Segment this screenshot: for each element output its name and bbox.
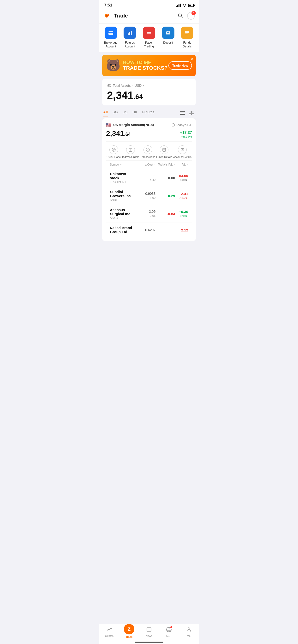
banner-close-button[interactable]: × — [191, 56, 193, 62]
transactions-button[interactable]: Transactions — [140, 146, 155, 158]
stock-cost: 0.6297 — [136, 228, 156, 232]
pl-amount: +17.37 — [180, 130, 192, 135]
stock-pl: 2.12 — [175, 228, 188, 232]
stock-today-pl: -0.84 — [156, 212, 175, 216]
transactions-label: Transactions — [140, 156, 155, 158]
menu-item-futures[interactable]: FuturesAccount — [120, 26, 140, 48]
menu-item-deposit[interactable]: Deposit — [159, 26, 178, 48]
table-row[interactable]: Naked Brand Group Ltd 0.6297 2.12 — [106, 222, 192, 237]
tab-sg[interactable]: SG — [112, 110, 118, 116]
deposit-icon — [162, 26, 175, 39]
tab-hk[interactable]: HK — [132, 110, 137, 116]
menu-item-brokerage[interactable]: BrokerageAccount — [101, 26, 120, 48]
funds-details-button[interactable]: Funds Details — [156, 146, 172, 158]
action-row: Quick Trade Today's Orders Transaction — [106, 141, 192, 160]
filter-tabs: All SG US HK Futures — [99, 108, 199, 116]
cost-sub: 3.06 — [150, 214, 156, 218]
messages-button[interactable]: 3 — [187, 12, 195, 20]
app-logo-icon — [103, 12, 112, 20]
menu-item-paper[interactable]: PaperTrading — [139, 26, 159, 48]
svg-rect-32 — [189, 111, 191, 113]
currency-dropdown-icon[interactable]: ▾ — [143, 84, 144, 87]
tab-futures[interactable]: Futures — [142, 110, 155, 116]
sort-symbol-icon: ⇅ — [120, 164, 122, 166]
signal-bars-icon — [176, 4, 181, 7]
stock-today-pl: +0.29 — [156, 194, 175, 198]
clipboard-icon — [172, 123, 175, 126]
sort-pl-icon: ⇅ — [186, 164, 188, 166]
status-icons — [176, 3, 194, 8]
svg-rect-49 — [181, 148, 184, 151]
todays-orders-button[interactable]: Today's Orders — [122, 146, 139, 158]
futures-icon — [123, 26, 136, 39]
eye-icon — [107, 84, 111, 88]
banner-mascot-icon: 🐻 — [106, 59, 120, 72]
funds-details-action-icon — [160, 146, 169, 154]
banner-title: HOW TO ▶▶ — [123, 60, 169, 65]
header-actions: 3 — [177, 12, 195, 20]
table-row[interactable]: Sundial Growers Inc SNDL 0.9033 1.00 +0.… — [106, 187, 192, 204]
table-row[interactable]: Asensus Surgical Inc ASXC 3.09 3.06 -0.8… — [106, 204, 192, 222]
svg-point-5 — [106, 15, 106, 16]
account-details-button[interactable]: Account Details — [173, 146, 192, 158]
status-time: 7:51 — [104, 3, 112, 8]
svg-rect-20 — [147, 33, 149, 34]
search-button[interactable] — [177, 12, 184, 20]
svg-point-10 — [191, 16, 192, 16]
svg-rect-33 — [192, 111, 194, 113]
stock-pl: -54.00 +0.00% — [175, 174, 188, 182]
stock-name: Unknown stock — [110, 172, 136, 180]
col-pl[interactable]: P/L ⇅ — [175, 163, 188, 166]
today-pl-label: Today's P/L — [172, 123, 192, 127]
promo-banner: × 🐻 HOW TO ▶▶ TRADE STOCKS? Trade Now — [102, 54, 196, 76]
futures-label: FuturesAccount — [125, 41, 135, 48]
stock-cost: -- 5.40 — [136, 174, 156, 182]
svg-rect-15 — [128, 33, 129, 35]
svg-rect-34 — [189, 113, 191, 115]
chart-view-button[interactable] — [188, 110, 195, 116]
quick-menu: BrokerageAccount FuturesAccount PaperTra… — [99, 24, 199, 52]
stock-info: Asensus Surgical Inc ASXC — [110, 208, 136, 220]
table-row[interactable]: Unknown stock TRCHP.CNT -- 5.40 +0.00 -5… — [106, 169, 192, 187]
cost-sub: 1.00 — [150, 196, 156, 200]
list-view-button[interactable] — [179, 110, 186, 116]
cost-sub: 5.40 — [150, 178, 156, 182]
paper-trading-icon — [143, 26, 155, 39]
col-today-pl[interactable]: Today's P/L ⇅ — [156, 163, 175, 166]
svg-point-27 — [107, 84, 111, 87]
svg-rect-21 — [149, 33, 151, 34]
account-details-icon — [178, 146, 187, 154]
svg-rect-31 — [180, 114, 185, 115]
transactions-icon — [143, 146, 152, 154]
header-logo: Trade — [103, 12, 128, 20]
tab-us[interactable]: US — [123, 110, 128, 116]
col-cost[interactable]: e/Cost ⇅ — [136, 163, 156, 166]
col-symbol[interactable]: Symbol ⇅ — [110, 163, 136, 166]
svg-rect-29 — [180, 111, 185, 112]
svg-point-11 — [192, 16, 192, 16]
stock-info: Sundial Growers Inc SNDL — [110, 190, 136, 202]
stock-cost: 3.09 3.06 — [136, 210, 156, 218]
tab-all[interactable]: All — [103, 110, 108, 116]
banner-text: HOW TO ▶▶ TRADE STOCKS? — [123, 60, 169, 71]
paper-trading-label: PaperTrading — [144, 41, 154, 48]
total-assets-card: Total Assets · USD ▾ 2,341.64 — [102, 78, 196, 106]
quick-trade-button[interactable]: Quick Trade — [106, 146, 121, 158]
stock-info: Unknown stock TRCHP.CNT — [110, 172, 136, 184]
banner-trade-now-button[interactable]: Trade Now — [169, 61, 192, 70]
svg-rect-26 — [185, 34, 188, 34]
cost-value: 3.09 — [136, 210, 156, 214]
stock-ticker: TRCHP.CNT — [110, 180, 136, 184]
stock-cost: 0.9033 1.00 — [136, 192, 156, 200]
account-header: 🇺🇸 US Margin Account(7818) Today's P/L — [106, 122, 192, 128]
brokerage-icon — [105, 26, 117, 39]
funds-details-label: FundsDetails — [183, 41, 192, 48]
menu-item-funds[interactable]: FundsDetails — [178, 26, 197, 48]
cost-value: 0.9033 — [136, 192, 156, 196]
app-title: Trade — [114, 13, 128, 19]
tabs-left: All SG US HK Futures — [103, 110, 154, 116]
svg-rect-13 — [108, 32, 113, 33]
account-details-label: Account Details — [173, 156, 192, 158]
banner-subtitle: TRADE STOCKS? — [123, 65, 169, 71]
funds-details-icon — [181, 26, 193, 39]
